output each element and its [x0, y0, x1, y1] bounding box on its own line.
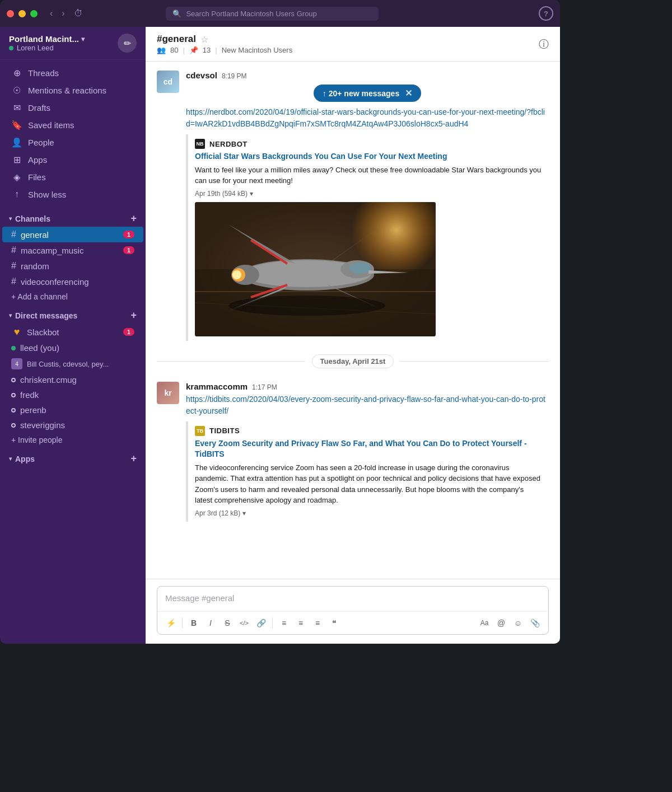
invite-people-button[interactable]: + Invite people: [2, 433, 143, 447]
preview-meta-tb[interactable]: Apr 3rd (12 kB) ▾: [195, 509, 542, 517]
dm-item-group[interactable]: 4 Bill Custis, cdevsol, pey...: [2, 355, 143, 372]
messages-area[interactable]: cd cdevsol 8:19 PM ↑ 20+ new messages ✕ …: [146, 62, 560, 579]
font-button[interactable]: Aa: [477, 615, 492, 631]
help-button[interactable]: ?: [539, 6, 553, 21]
channel-badge-general: 1: [123, 231, 134, 238]
preview-meta[interactable]: Apr 19th (594 kB) ▾: [195, 190, 542, 198]
preview-desc: Want to feel like your a million miles a…: [195, 165, 542, 186]
message-content-kram: krammaccomm 1:17 PM https://tidbits.com/…: [186, 382, 549, 522]
star-icon[interactable]: ☆: [200, 34, 208, 45]
input-toolbar: ⚡ B I S </> 🔗 ≡ ≡ ≡ ❝ Aa @ ☺ 📎: [157, 611, 548, 634]
slackbot-avatar: ♥: [11, 326, 22, 338]
sidebar-item-drafts[interactable]: ✉ Drafts: [2, 99, 143, 116]
message-input-field[interactable]: Message #general: [157, 587, 548, 611]
offline-indicator-icon: [11, 408, 16, 413]
dm-item-perenb[interactable]: perenb: [2, 402, 143, 418]
dm-item-fredk[interactable]: fredk: [2, 387, 143, 402]
dm-item-lleed[interactable]: lleed (you): [2, 340, 143, 355]
link-button[interactable]: 🔗: [253, 615, 269, 631]
avatar-kram: kr: [157, 382, 179, 404]
toolbar-divider-2: [272, 617, 273, 629]
preview-title[interactable]: Official Star Wars Backgrounds You Can U…: [195, 151, 542, 162]
date-pill: Tuesday, April 21st: [312, 354, 394, 368]
preview-source: NB NERDBOT: [195, 139, 542, 149]
strike-button[interactable]: S: [220, 615, 235, 631]
online-indicator-icon: [11, 346, 16, 350]
member-count-icon: 👥: [157, 46, 166, 54]
message-header-kram: krammaccomm 1:17 PM: [186, 382, 549, 391]
preview-title-tb[interactable]: Every Zoom Security and Privacy Flaw So …: [195, 438, 542, 460]
channel-hash-icon: #: [11, 245, 16, 255]
channel-header-info: #general ☆ 👥 80 | 📌 13 | New Macintosh U…: [157, 34, 533, 54]
channel-item-maccamp[interactable]: # maccamp_music 1: [2, 242, 143, 258]
toolbar-divider: [182, 617, 183, 629]
main-content: #general ☆ 👥 80 | 📌 13 | New Macintosh U…: [146, 27, 560, 644]
dm-item-slackbot[interactable]: ♥ Slackbot 1: [2, 324, 143, 340]
sidebar-item-apps[interactable]: ⊞ Apps: [2, 151, 143, 168]
drafts-icon: ✉: [11, 102, 22, 113]
saved-icon: 🔖: [11, 120, 22, 130]
people-icon: 👤: [11, 137, 22, 148]
bullet-list-button[interactable]: ≡: [276, 615, 292, 631]
maximize-button[interactable]: [30, 10, 38, 17]
add-dm-icon[interactable]: +: [130, 310, 137, 321]
date-line-left: [157, 361, 305, 362]
link-preview-tidbits: TB TidBITS Every Zoom Security and Priva…: [186, 421, 549, 522]
ordered-list-button[interactable]: ≡: [293, 615, 309, 631]
channels-section-header[interactable]: ▾ Channels +: [0, 207, 146, 227]
minimize-button[interactable]: [18, 10, 26, 17]
channel-item-videoconferencing[interactable]: # videoconferencing: [2, 274, 143, 289]
channel-item-random[interactable]: # random: [2, 258, 143, 274]
close-button[interactable]: [7, 10, 14, 17]
new-messages-pill[interactable]: ↑ 20+ new messages ✕: [314, 85, 421, 102]
preview-expand-icon-tb: ▾: [242, 509, 246, 517]
message-link-kram[interactable]: https://tidbits.com/2020/04/03/every-zoo…: [186, 395, 545, 415]
code-button[interactable]: </>: [236, 615, 252, 631]
at-button[interactable]: @: [493, 615, 509, 631]
sidebar-item-threads[interactable]: ⊕ Threads: [2, 64, 143, 82]
offline-indicator-icon: [11, 393, 16, 397]
svg-point-12: [232, 270, 241, 279]
channel-badge-maccamp: 1: [123, 246, 134, 254]
threads-icon: ⊕: [11, 68, 22, 78]
dm-item-chriskent[interactable]: chriskent.cmug: [2, 372, 143, 387]
apps-section-header[interactable]: ▾ Apps +: [0, 447, 146, 467]
sidebar-item-saved[interactable]: 🔖 Saved items: [2, 116, 143, 134]
message-header: cdevsol 8:19 PM: [186, 71, 549, 80]
dm-section-header[interactable]: ▾ Direct messages +: [0, 304, 146, 324]
sidebar-item-files[interactable]: ◈ Files: [2, 168, 143, 186]
search-icon: 🔍: [172, 10, 181, 18]
quote-button[interactable]: ❝: [326, 615, 342, 631]
workspace-name[interactable]: Portland Macint... ▾: [9, 34, 85, 44]
indent-button[interactable]: ≡: [310, 615, 325, 631]
offline-indicator-icon: [11, 423, 16, 428]
channel-title: #general: [157, 34, 196, 45]
group-dm-avatar: 4: [11, 358, 22, 369]
sidebar-item-mentions[interactable]: ☉ Mentions & reactions: [2, 82, 143, 99]
history-button[interactable]: ⏱: [71, 6, 86, 21]
preview-source-tidbits: TB TidBITS: [195, 426, 542, 436]
bold-button[interactable]: B: [186, 615, 202, 631]
close-banner-button[interactable]: ✕: [405, 88, 412, 99]
emoji-button[interactable]: ☺: [510, 615, 526, 631]
add-app-icon[interactable]: +: [130, 453, 137, 465]
attach-button[interactable]: 📎: [527, 615, 543, 631]
italic-button[interactable]: I: [203, 615, 218, 631]
search-bar[interactable]: 🔍 Search Portland Macintosh Users Group: [166, 7, 379, 21]
sidebar-item-people[interactable]: 👤 People: [2, 134, 143, 151]
dm-item-steveriggins[interactable]: steveriggins: [2, 418, 143, 433]
back-button[interactable]: ‹: [46, 6, 56, 21]
forward-button[interactable]: ›: [58, 6, 68, 21]
compose-button[interactable]: ✏: [118, 34, 137, 53]
message-input-box: Message #general ⚡ B I S </> 🔗 ≡ ≡ ≡ ❝: [157, 586, 549, 635]
preview-desc-tb: The videoconferencing service Zoom has s…: [195, 462, 542, 506]
message-link-cdevsol[interactable]: https://nerdbot.com/2020/04/19/official-…: [186, 107, 545, 128]
add-channel-button[interactable]: + Add a channel: [2, 289, 143, 304]
channel-item-general[interactable]: # general 1: [2, 227, 143, 242]
add-channel-icon[interactable]: +: [130, 213, 137, 224]
sidebar-item-showless[interactable]: ↑ Show less: [2, 186, 143, 203]
showless-icon: ↑: [11, 189, 22, 199]
channel-info-button[interactable]: ⓘ: [539, 38, 549, 51]
dm-badge-slackbot: 1: [123, 328, 134, 336]
lightning-button[interactable]: ⚡: [163, 615, 179, 631]
